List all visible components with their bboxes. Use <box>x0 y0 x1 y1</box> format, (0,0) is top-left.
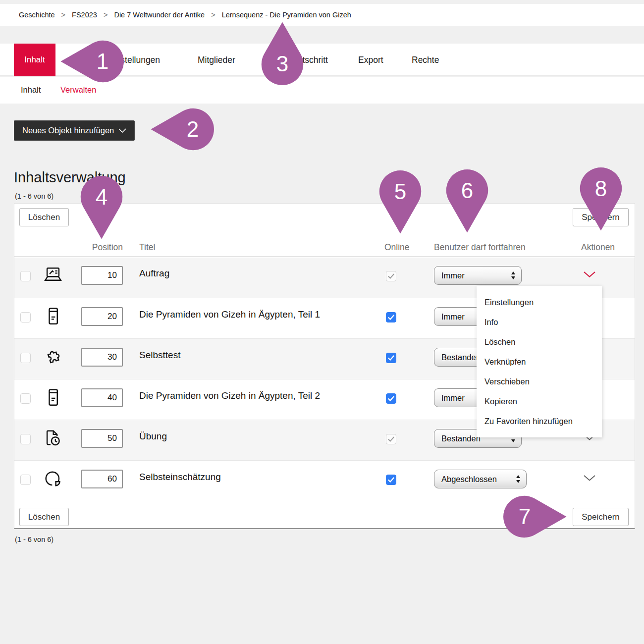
marker-number: 4 <box>96 186 107 208</box>
tab-export[interactable]: Export <box>358 44 383 76</box>
annotation-marker-5: 5 <box>378 170 422 236</box>
add-new-object-label: Neues Objekt hinzufügen <box>22 126 114 135</box>
proceed-select[interactable]: Abgeschlossen <box>434 470 527 488</box>
position-input[interactable] <box>81 266 123 285</box>
learning-module-icon <box>43 387 63 407</box>
marker-number: 2 <box>187 118 199 140</box>
position-input[interactable] <box>81 470 123 488</box>
marker-number: 8 <box>595 178 607 200</box>
delete-button-bottom[interactable]: Löschen <box>19 508 69 526</box>
position-input[interactable] <box>81 348 123 367</box>
proceed-select[interactable]: Immer <box>434 266 522 285</box>
marker-number: 6 <box>461 180 473 202</box>
row-select-checkbox[interactable] <box>20 393 31 404</box>
menu-item-einstellungen[interactable]: Einstellungen <box>477 292 602 312</box>
annotation-marker-1: 1 <box>58 40 124 83</box>
annotation-marker-2: 2 <box>149 107 214 151</box>
row-select-checkbox[interactable] <box>20 434 31 444</box>
menu-item-verschieben[interactable]: Verschieben <box>477 372 602 391</box>
annotation-marker-8: 8 <box>579 167 623 233</box>
column-header-online: Online <box>384 242 410 253</box>
menu-item-kopieren[interactable]: Kopieren <box>477 391 602 411</box>
survey-pie-icon <box>43 469 63 488</box>
row-select-checkbox[interactable] <box>20 271 31 281</box>
tab-inhalt[interactable]: Inhalt <box>14 44 55 76</box>
online-checkbox[interactable] <box>386 271 396 281</box>
save-button-bottom[interactable]: Speichern <box>573 508 629 526</box>
row-title: Die Pyramiden von Gizeh in Ägypten, Teil… <box>139 309 320 320</box>
online-checkbox[interactable] <box>386 312 396 322</box>
puzzle-icon <box>43 347 63 367</box>
row-select-checkbox[interactable] <box>20 312 31 322</box>
annotation-marker-3: 3 <box>261 20 304 85</box>
breadcrumb-item-lernsequenz[interactable]: Lernsequenz - Die Pyramiden von Gizeh <box>222 11 351 19</box>
column-header-title: Titel <box>139 242 155 253</box>
row-actions-chevron-icon[interactable] <box>583 271 596 278</box>
marker-number: 1 <box>97 51 108 72</box>
breadcrumb-separator: > <box>211 11 215 19</box>
breadcrumb: Geschichte > FS2023 > Die 7 Weltwunder d… <box>0 4 644 26</box>
row-select-checkbox[interactable] <box>20 475 31 485</box>
select-arrows-icon <box>516 475 521 483</box>
breadcrumb-item-fs2023[interactable]: FS2023 <box>72 11 97 19</box>
actions-dropdown-menu: Einstellungen Info Löschen Verknüpfen Ve… <box>477 286 602 437</box>
menu-item-loeschen[interactable]: Löschen <box>477 332 602 352</box>
marker-number: 5 <box>394 181 406 203</box>
marker-number: 3 <box>276 53 288 75</box>
annotation-marker-4: 4 <box>80 176 123 241</box>
breadcrumb-separator: > <box>61 11 65 19</box>
learning-module-icon <box>43 306 63 326</box>
online-checkbox[interactable] <box>386 393 396 404</box>
position-input[interactable] <box>81 388 123 407</box>
position-input[interactable] <box>81 429 123 448</box>
row-actions-chevron-icon[interactable] <box>583 475 596 482</box>
position-input[interactable] <box>81 307 123 326</box>
proceed-select-value: Abgeschlossen <box>434 475 516 484</box>
tab-rechte[interactable]: Rechte <box>412 44 439 76</box>
row-select-checkbox[interactable] <box>20 353 31 363</box>
chevron-down-icon <box>118 128 126 133</box>
row-title: Übung <box>139 431 167 442</box>
result-range-bottom: (1 - 6 von 6) <box>15 536 54 543</box>
result-range-top: (1 - 6 von 6) <box>15 192 54 200</box>
page: Geschichte > FS2023 > Die 7 Weltwunder d… <box>0 0 644 644</box>
select-arrows-icon <box>511 271 516 280</box>
row-title: Selbsttest <box>139 350 180 361</box>
breadcrumb-separator: > <box>104 11 107 19</box>
breadcrumb-item-weltwunder[interactable]: Die 7 Weltwunder der Antike <box>114 11 205 19</box>
breadcrumb-item-geschichte[interactable]: Geschichte <box>19 11 55 19</box>
annotation-marker-6: 6 <box>445 169 489 235</box>
exercise-clock-icon <box>43 428 63 448</box>
assignment-laptop-icon <box>43 265 63 285</box>
column-header-proceed: Benutzer darf fortfahren <box>434 242 526 253</box>
delete-button-top[interactable]: Löschen <box>19 208 69 226</box>
row-title: Selbsteinschätzung <box>139 472 221 483</box>
menu-item-zu-favoriten[interactable]: Zu Favoriten hinzufügen <box>477 411 602 431</box>
online-checkbox[interactable] <box>386 353 396 363</box>
menu-item-verknuepfen[interactable]: Verknüpfen <box>477 352 602 372</box>
annotation-marker-7: 7 <box>503 495 569 538</box>
row-title: Die Pyramiden von Gizeh in Ägypten, Teil… <box>139 390 320 401</box>
add-new-object-button[interactable]: Neues Objekt hinzufügen <box>14 120 135 141</box>
column-header-position: Position <box>74 242 123 253</box>
column-header-actions: Aktionen <box>581 242 615 253</box>
row-title: Auftrag <box>139 268 169 279</box>
tab-mitglieder[interactable]: Mitglieder <box>198 44 235 76</box>
proceed-select-value: Immer <box>434 271 511 280</box>
marker-number: 7 <box>519 506 531 528</box>
menu-item-info[interactable]: Info <box>477 312 602 332</box>
online-checkbox[interactable] <box>386 475 396 485</box>
online-checkbox[interactable] <box>386 434 396 444</box>
subtab-inhalt[interactable]: Inhalt <box>21 77 41 104</box>
